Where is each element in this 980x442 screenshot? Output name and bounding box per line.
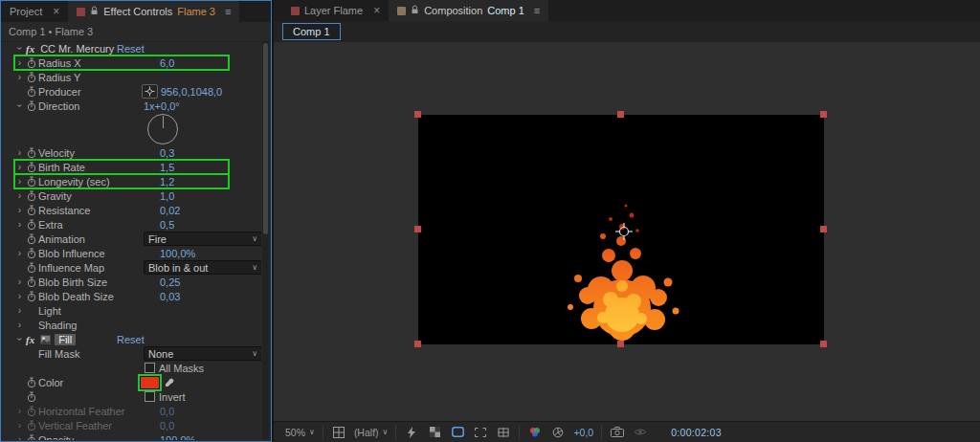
twirl-icon[interactable]: ›: [14, 420, 25, 431]
property-value[interactable]: 0,5: [160, 219, 174, 231]
reset-button[interactable]: Reset: [117, 43, 145, 55]
lock-icon[interactable]: [411, 5, 419, 16]
preview-timecode[interactable]: 0:00:02:03: [671, 427, 722, 438]
selection-handle[interactable]: [820, 111, 827, 118]
stopwatch-icon[interactable]: [25, 434, 38, 441]
dropdown-animation[interactable]: Fire∨: [144, 232, 261, 246]
composition-viewer[interactable]: [274, 42, 980, 421]
exposure-value[interactable]: +0,0: [573, 427, 593, 438]
stopwatch-icon[interactable]: [25, 162, 38, 173]
panel-menu-icon[interactable]: ≡: [225, 6, 231, 17]
stopwatch-icon[interactable]: [25, 190, 38, 202]
twirl-icon[interactable]: ›: [14, 205, 25, 215]
twirl-icon[interactable]: ›: [14, 176, 25, 187]
property-value[interactable]: 0,02: [160, 205, 180, 216]
twirl-icon[interactable]: ›: [14, 406, 25, 416]
property-value[interactable]: 0,03: [160, 291, 180, 302]
tab-layer-flame[interactable]: Layer Flame ×: [282, 0, 389, 21]
tab-project[interactable]: Project ×: [1, 1, 68, 22]
twirl-icon[interactable]: ›: [14, 162, 25, 172]
effect-point-icon[interactable]: [142, 84, 158, 99]
property-value[interactable]: 1,0: [160, 190, 174, 202]
adjust-exposure-icon[interactable]: [550, 425, 566, 440]
stopwatch-icon[interactable]: [25, 147, 38, 159]
tab-composition[interactable]: Composition Comp 1 ≡: [389, 0, 548, 21]
selection-handle[interactable]: [617, 111, 624, 118]
twirl-icon[interactable]: ›: [14, 248, 25, 258]
selection-handle[interactable]: [414, 111, 421, 118]
property-value[interactable]: 956,0,1048,0: [161, 86, 222, 98]
property-value[interactable]: 100,0%: [160, 248, 195, 259]
lock-icon[interactable]: [90, 6, 99, 17]
property-value[interactable]: 1x+0,0°: [144, 100, 180, 112]
transparency-grid-icon[interactable]: [427, 425, 442, 440]
pixel-aspect-correction-icon[interactable]: [496, 425, 511, 440]
twirl-icon[interactable]: ›: [14, 305, 25, 316]
twirl-icon[interactable]: ›: [14, 334, 25, 344]
comp-nav-button[interactable]: Comp 1: [282, 23, 341, 40]
stopwatch-icon[interactable]: [25, 406, 38, 417]
scrollbar-thumb[interactable]: [263, 43, 268, 234]
property-value[interactable]: 1,5: [160, 162, 174, 173]
twirl-icon[interactable]: ›: [14, 190, 25, 201]
stopwatch-icon[interactable]: [25, 291, 38, 302]
twirl-icon[interactable]: ›: [14, 100, 25, 111]
property-value[interactable]: 100,0%: [160, 434, 195, 441]
stopwatch-icon[interactable]: [25, 176, 38, 188]
resolution-dropdown[interactable]: (Half) ∨: [354, 427, 389, 438]
selection-handle[interactable]: [414, 341, 421, 347]
mask-visibility-icon[interactable]: [450, 425, 465, 440]
twirl-icon[interactable]: ›: [14, 43, 25, 54]
selection-handle[interactable]: [414, 226, 421, 232]
twirl-icon[interactable]: ›: [14, 147, 25, 158]
property-value[interactable]: 0,0: [160, 406, 174, 417]
grid-and-guides-icon[interactable]: [331, 425, 346, 440]
property-value[interactable]: 0,0: [160, 420, 174, 431]
vertical-scrollbar[interactable]: [262, 41, 269, 439]
stopwatch-icon[interactable]: [25, 86, 38, 98]
take-snapshot-icon[interactable]: [610, 425, 625, 440]
panel-menu-icon[interactable]: ≡: [534, 5, 540, 16]
stopwatch-icon[interactable]: [25, 72, 38, 83]
property-value[interactable]: 0,3: [160, 147, 174, 159]
stopwatch-icon[interactable]: [25, 262, 38, 274]
dropdown-influence-map[interactable]: Blob in & out∨: [144, 260, 261, 275]
stopwatch-icon[interactable]: [25, 233, 38, 245]
angle-dial[interactable]: [147, 114, 178, 144]
selection-handle[interactable]: [820, 341, 827, 347]
dropdown-fill-mask[interactable]: None∨: [144, 346, 261, 361]
reset-button[interactable]: Reset: [117, 334, 145, 345]
twirl-icon[interactable]: ›: [14, 219, 25, 230]
twirl-icon[interactable]: ›: [14, 72, 25, 82]
selection-handle[interactable]: [820, 226, 827, 232]
twirl-icon[interactable]: ›: [14, 57, 25, 68]
tab-effect-controls[interactable]: Effect Controls Flame 3 ≡: [68, 1, 239, 22]
twirl-icon[interactable]: ›: [14, 320, 25, 330]
checkbox-invert[interactable]: [145, 391, 155, 402]
color-swatch[interactable]: [140, 376, 160, 389]
stopwatch-icon[interactable]: [25, 100, 38, 112]
region-of-interest-icon[interactable]: [473, 425, 488, 440]
property-value[interactable]: 6,0: [160, 57, 174, 69]
property-value[interactable]: 0,25: [160, 276, 180, 288]
magnification-dropdown[interactable]: 50% ∨: [285, 427, 315, 438]
stopwatch-icon[interactable]: [25, 248, 38, 259]
selection-handle[interactable]: [617, 341, 624, 347]
stopwatch-icon[interactable]: [25, 276, 38, 288]
checkbox-all-masks[interactable]: [145, 363, 155, 373]
stopwatch-icon[interactable]: [25, 219, 38, 231]
fast-previews-icon[interactable]: [404, 425, 419, 440]
show-snapshot-icon[interactable]: [633, 425, 648, 440]
stopwatch-icon[interactable]: [25, 420, 38, 431]
property-value[interactable]: 1,2: [160, 176, 174, 188]
twirl-icon[interactable]: ›: [14, 291, 25, 301]
twirl-icon[interactable]: ›: [14, 434, 25, 440]
close-icon[interactable]: ×: [53, 5, 59, 18]
eyedropper-icon[interactable]: [165, 377, 175, 387]
close-icon[interactable]: ×: [373, 4, 380, 17]
twirl-icon[interactable]: ›: [14, 276, 25, 287]
stopwatch-icon[interactable]: [25, 377, 38, 388]
stopwatch-icon[interactable]: [25, 391, 38, 403]
stopwatch-icon[interactable]: [25, 205, 38, 216]
stopwatch-icon[interactable]: [25, 57, 38, 69]
